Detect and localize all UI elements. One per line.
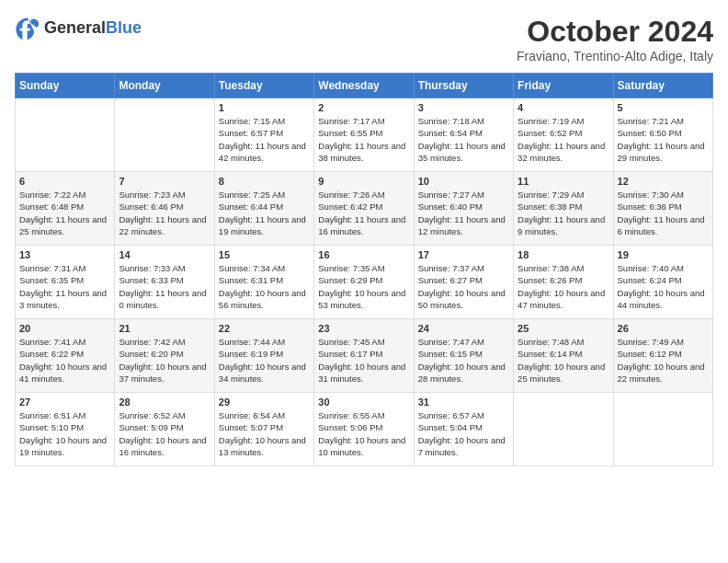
calendar-cell [16, 98, 115, 172]
day-number: 23 [318, 323, 409, 334]
calendar-cell: 12Sunrise: 7:30 AM Sunset: 6:36 PM Dayli… [613, 172, 712, 246]
calendar-cell: 1Sunrise: 7:15 AM Sunset: 6:57 PM Daylig… [214, 98, 313, 172]
cell-text: Sunrise: 7:31 AM Sunset: 6:35 PM Dayligh… [19, 262, 110, 311]
calendar-cell: 18Sunrise: 7:38 AM Sunset: 6:26 PM Dayli… [514, 246, 613, 319]
calendar-cell: 6Sunrise: 7:22 AM Sunset: 6:48 PM Daylig… [16, 172, 115, 246]
logo: General Blue [15, 15, 142, 40]
day-number: 31 [418, 396, 509, 408]
calendar-cell: 25Sunrise: 7:48 AM Sunset: 6:14 PM Dayli… [514, 319, 613, 393]
calendar-cell: 5Sunrise: 7:21 AM Sunset: 6:50 PM Daylig… [613, 98, 712, 172]
calendar-week-3: 13Sunrise: 7:31 AM Sunset: 6:35 PM Dayli… [16, 246, 713, 319]
day-number: 28 [119, 396, 210, 408]
calendar-week-1: 1Sunrise: 7:15 AM Sunset: 6:57 PM Daylig… [16, 98, 713, 172]
cell-text: Sunrise: 7:18 AM Sunset: 6:54 PM Dayligh… [418, 115, 509, 164]
cell-text: Sunrise: 7:47 AM Sunset: 6:15 PM Dayligh… [418, 336, 509, 385]
logo-general: General [44, 18, 106, 38]
day-number: 12 [618, 176, 709, 187]
header-day-friday: Friday [514, 74, 613, 98]
day-number: 19 [618, 249, 709, 260]
cell-text: Sunrise: 7:27 AM Sunset: 6:40 PM Dayligh… [418, 189, 509, 237]
calendar-cell: 28Sunrise: 6:52 AM Sunset: 5:09 PM Dayli… [115, 393, 214, 466]
calendar-table: SundayMondayTuesdayWednesdayThursdayFrid… [15, 73, 713, 466]
calendar-header: SundayMondayTuesdayWednesdayThursdayFrid… [16, 74, 713, 98]
cell-text: Sunrise: 7:19 AM Sunset: 6:52 PM Dayligh… [518, 115, 609, 164]
day-number: 13 [19, 249, 110, 260]
calendar-cell: 30Sunrise: 6:55 AM Sunset: 5:06 PM Dayli… [314, 393, 414, 466]
cell-text: Sunrise: 6:54 AM Sunset: 5:07 PM Dayligh… [219, 409, 310, 458]
cell-text: Sunrise: 7:41 AM Sunset: 6:22 PM Dayligh… [19, 336, 110, 385]
calendar-cell: 10Sunrise: 7:27 AM Sunset: 6:40 PM Dayli… [414, 172, 513, 246]
header-day-sunday: Sunday [16, 74, 115, 98]
cell-text: Sunrise: 7:44 AM Sunset: 6:19 PM Dayligh… [219, 336, 310, 385]
cell-text: Sunrise: 6:55 AM Sunset: 5:06 PM Dayligh… [318, 409, 409, 458]
cell-text: Sunrise: 7:15 AM Sunset: 6:57 PM Dayligh… [219, 115, 310, 164]
calendar-cell [613, 393, 712, 466]
day-number: 27 [19, 396, 110, 408]
day-number: 18 [518, 249, 609, 260]
calendar-cell [514, 393, 613, 466]
day-number: 10 [418, 176, 509, 187]
calendar-cell: 19Sunrise: 7:40 AM Sunset: 6:24 PM Dayli… [613, 246, 712, 319]
header-row: SundayMondayTuesdayWednesdayThursdayFrid… [16, 74, 713, 98]
day-number: 2 [318, 102, 409, 113]
calendar-cell: 26Sunrise: 7:49 AM Sunset: 6:12 PM Dayli… [613, 319, 712, 393]
day-number: 4 [518, 102, 609, 113]
calendar-week-4: 20Sunrise: 7:41 AM Sunset: 6:22 PM Dayli… [16, 319, 713, 393]
calendar-cell: 24Sunrise: 7:47 AM Sunset: 6:15 PM Dayli… [414, 319, 513, 393]
page-header: General Blue October 2024 Fraviano, Tren… [15, 15, 713, 63]
calendar-cell: 11Sunrise: 7:29 AM Sunset: 6:38 PM Dayli… [514, 172, 613, 246]
cell-text: Sunrise: 7:17 AM Sunset: 6:55 PM Dayligh… [318, 115, 409, 164]
calendar-cell: 15Sunrise: 7:34 AM Sunset: 6:31 PM Dayli… [214, 246, 313, 319]
calendar-cell: 20Sunrise: 7:41 AM Sunset: 6:22 PM Dayli… [16, 319, 115, 393]
day-number: 14 [119, 249, 210, 260]
header-day-tuesday: Tuesday [214, 74, 313, 98]
day-number: 3 [418, 102, 509, 113]
day-number: 8 [219, 176, 310, 187]
cell-text: Sunrise: 7:48 AM Sunset: 6:14 PM Dayligh… [518, 336, 609, 385]
cell-text: Sunrise: 6:51 AM Sunset: 5:10 PM Dayligh… [19, 409, 110, 458]
day-number: 26 [618, 323, 709, 334]
calendar-cell: 8Sunrise: 7:25 AM Sunset: 6:44 PM Daylig… [214, 172, 313, 246]
day-number: 30 [318, 396, 409, 408]
calendar-cell: 13Sunrise: 7:31 AM Sunset: 6:35 PM Dayli… [16, 246, 115, 319]
calendar-cell: 27Sunrise: 6:51 AM Sunset: 5:10 PM Dayli… [16, 393, 115, 466]
cell-text: Sunrise: 7:35 AM Sunset: 6:29 PM Dayligh… [318, 262, 409, 311]
day-number: 16 [318, 249, 409, 260]
calendar-cell: 23Sunrise: 7:45 AM Sunset: 6:17 PM Dayli… [314, 319, 414, 393]
day-number: 7 [119, 176, 210, 187]
calendar-cell: 3Sunrise: 7:18 AM Sunset: 6:54 PM Daylig… [414, 98, 513, 172]
cell-text: Sunrise: 6:57 AM Sunset: 5:04 PM Dayligh… [418, 409, 509, 458]
calendar-cell [115, 98, 214, 172]
cell-text: Sunrise: 7:42 AM Sunset: 6:20 PM Dayligh… [119, 336, 210, 385]
day-number: 29 [219, 396, 310, 408]
cell-text: Sunrise: 7:45 AM Sunset: 6:17 PM Dayligh… [318, 336, 409, 385]
title-block: October 2024 Fraviano, Trentino-Alto Adi… [517, 15, 713, 63]
day-number: 21 [119, 323, 210, 334]
day-number: 24 [418, 323, 509, 334]
calendar-cell: 4Sunrise: 7:19 AM Sunset: 6:52 PM Daylig… [514, 98, 613, 172]
calendar-week-2: 6Sunrise: 7:22 AM Sunset: 6:48 PM Daylig… [16, 172, 713, 246]
cell-text: Sunrise: 7:38 AM Sunset: 6:26 PM Dayligh… [518, 262, 609, 311]
cell-text: Sunrise: 7:22 AM Sunset: 6:48 PM Dayligh… [19, 189, 110, 237]
calendar-cell: 9Sunrise: 7:26 AM Sunset: 6:42 PM Daylig… [314, 172, 414, 246]
calendar-cell: 14Sunrise: 7:33 AM Sunset: 6:33 PM Dayli… [115, 246, 214, 319]
calendar-cell: 21Sunrise: 7:42 AM Sunset: 6:20 PM Dayli… [115, 319, 214, 393]
cell-text: Sunrise: 7:23 AM Sunset: 6:46 PM Dayligh… [119, 189, 210, 237]
month-title: October 2024 [517, 15, 713, 49]
day-number: 1 [219, 102, 310, 113]
calendar-cell: 17Sunrise: 7:37 AM Sunset: 6:27 PM Dayli… [414, 246, 513, 319]
calendar-cell: 22Sunrise: 7:44 AM Sunset: 6:19 PM Dayli… [214, 319, 313, 393]
calendar-week-5: 27Sunrise: 6:51 AM Sunset: 5:10 PM Dayli… [16, 393, 713, 466]
header-day-monday: Monday [115, 74, 214, 98]
cell-text: Sunrise: 7:40 AM Sunset: 6:24 PM Dayligh… [618, 262, 709, 311]
day-number: 6 [19, 176, 110, 187]
day-number: 15 [219, 249, 310, 260]
day-number: 9 [318, 176, 409, 187]
calendar-cell: 16Sunrise: 7:35 AM Sunset: 6:29 PM Dayli… [314, 246, 414, 319]
location-title: Fraviano, Trentino-Alto Adige, Italy [517, 49, 713, 63]
calendar-cell: 29Sunrise: 6:54 AM Sunset: 5:07 PM Dayli… [214, 393, 313, 466]
cell-text: Sunrise: 7:49 AM Sunset: 6:12 PM Dayligh… [618, 336, 709, 385]
calendar-cell: 7Sunrise: 7:23 AM Sunset: 6:46 PM Daylig… [115, 172, 214, 246]
header-day-wednesday: Wednesday [314, 74, 414, 98]
cell-text: Sunrise: 7:29 AM Sunset: 6:38 PM Dayligh… [518, 189, 609, 237]
